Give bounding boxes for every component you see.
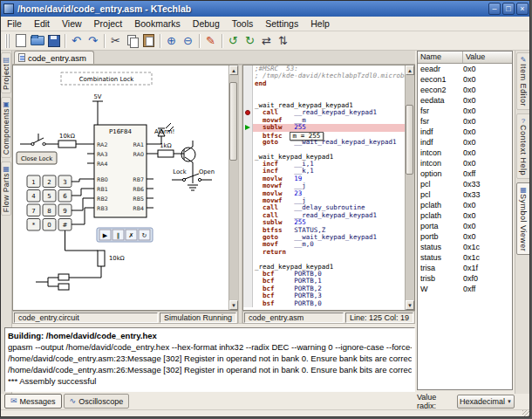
sidebar-item-project[interactable]: ▤ Project	[1, 52, 11, 93]
code-line[interactable]: sublw 255	[243, 124, 405, 131]
sim-stop-icon[interactable]: ✗	[129, 232, 134, 239]
keypad-key[interactable]: 8	[47, 208, 51, 215]
menu-view[interactable]: View	[56, 17, 88, 30]
register-row[interactable]: indf0x0	[418, 137, 512, 148]
register-row[interactable]: status0x1c	[418, 252, 512, 263]
keypad-key[interactable]: 9	[63, 208, 66, 215]
register-row[interactable]: eecon10x0	[418, 74, 512, 85]
new-file-icon[interactable]	[12, 32, 29, 49]
resistor-label[interactable]: 10kΩ	[59, 133, 75, 140]
close-button[interactable]: ×	[516, 3, 529, 15]
keypad-key[interactable]: 3	[63, 179, 66, 186]
menu-settings[interactable]: Settings	[259, 17, 304, 30]
register-row[interactable]: trisa0x1f	[418, 263, 512, 273]
keypad-key[interactable]: 2	[47, 179, 51, 186]
copy-icon[interactable]	[124, 32, 140, 49]
register-row[interactable]: option0xff	[418, 168, 512, 179]
tab-messages[interactable]: ✉ Messages	[4, 394, 62, 409]
tab-code-entry-asm[interactable]: code_entry.asm	[14, 51, 94, 64]
menu-project[interactable]: Project	[88, 17, 129, 30]
register-row[interactable]: eedata0x0	[418, 95, 512, 106]
message-line[interactable]: /home/david/code_entry.asm:26:Message [3…	[8, 364, 412, 375]
register-row[interactable]: portb0x0	[418, 231, 512, 242]
column-value[interactable]: Value	[463, 52, 512, 63]
menu-edit[interactable]: Edit	[28, 17, 56, 30]
exec-arrow-icon[interactable]	[243, 124, 253, 131]
register-row[interactable]: pclath0x0	[418, 210, 512, 221]
tab-oscilloscope[interactable]: ∿ Oscilloscope	[64, 394, 130, 409]
register-row[interactable]: status0x1c	[418, 242, 512, 252]
register-row[interactable]: intcon0x0	[418, 148, 512, 158]
menu-tools[interactable]: Tools	[226, 17, 260, 30]
menu-debug[interactable]: Debug	[187, 17, 226, 30]
sim-play-icon[interactable]: ▶	[103, 232, 108, 239]
resize-grip[interactable]	[522, 410, 530, 417]
keypad-key[interactable]: #	[63, 222, 68, 229]
register-row[interactable]: eecon20x0	[418, 85, 512, 95]
code-lines[interactable]: ;#MSRC 53:; /tmp/kde-david/ktechlabpTzdl…	[243, 65, 405, 310]
register-row[interactable]: W0xff	[418, 284, 512, 294]
code-scrollbar[interactable]: ▲ ▼	[405, 65, 414, 310]
register-row[interactable]: pcl0x33	[418, 179, 512, 189]
titlebar[interactable]: /home/david/code_entry.asm - KTechlab – …	[1, 1, 530, 17]
zoom-out-icon[interactable]: ⊖	[180, 32, 196, 49]
frame-label[interactable]: Combination Lock	[79, 76, 135, 83]
flip-horizontal-icon[interactable]: ⇄	[258, 32, 275, 49]
keypad-key[interactable]: 5	[47, 193, 51, 200]
rotate-cw-icon[interactable]: ↻	[242, 32, 258, 49]
tab-item-editor[interactable]: ✎ Item Editor	[516, 52, 531, 110]
rotate-ccw-icon[interactable]: ↺	[225, 32, 242, 49]
redo-icon[interactable]: ↷	[85, 32, 101, 49]
code-line[interactable]	[243, 87, 405, 94]
open-folder-icon[interactable]	[29, 32, 45, 49]
keypad-key[interactable]: 0	[47, 222, 51, 229]
register-row[interactable]: pcl0x33	[418, 189, 512, 200]
keypad-key[interactable]: 4	[31, 193, 36, 200]
scroll-down-icon[interactable]: ▼	[229, 300, 238, 310]
tab-context-help[interactable]: ? Context Help	[516, 113, 531, 179]
keypad-key[interactable]: 6	[63, 193, 67, 200]
message-line[interactable]: gpasm --output /home/david/code_entry.he…	[8, 341, 412, 353]
save-icon[interactable]	[45, 32, 62, 49]
keypad-key[interactable]: 7	[31, 208, 35, 215]
menu-help[interactable]: Help	[304, 17, 336, 30]
message-line[interactable]: Building: /home/david/code_entry.hex	[8, 330, 412, 341]
register-row[interactable]: indf0x0	[418, 127, 512, 137]
keypad-key[interactable]: *	[32, 222, 36, 229]
resistor-label[interactable]: 10kΩ	[109, 255, 125, 262]
circuit-view[interactable]: Combination Lock 5V P16F84 RA2 RA3 RA4 R…	[12, 65, 238, 311]
message-line[interactable]: *** Assembly successful	[8, 375, 412, 387]
circuit-scrollbar[interactable]: ▲ ▼	[228, 65, 238, 310]
code-line[interactable]: ; /tmp/kde-david/ktechlabpTzdl0.microbe	[243, 72, 405, 79]
register-row[interactable]: trisb0xf0	[418, 273, 512, 284]
flip-vertical-icon[interactable]: ⇅	[275, 32, 291, 49]
zoom-in-icon[interactable]: ⊕	[163, 32, 180, 49]
register-row[interactable]: fsr0x0	[418, 106, 512, 116]
scroll-down-icon[interactable]: ▼	[406, 300, 414, 310]
table-header[interactable]: Name Value	[418, 52, 512, 64]
sidebar-item-components[interactable]: ▣ Components	[1, 97, 11, 158]
tab-symbol-viewer[interactable]: ▦ Symbol Viewer	[516, 182, 531, 255]
sim-loop-icon[interactable]: ↻	[142, 232, 147, 239]
register-row[interactable]: eeadr0x0	[418, 64, 512, 74]
menu-bookmarks[interactable]: Bookmarks	[128, 17, 187, 30]
register-row[interactable]: porta0x0	[418, 221, 512, 231]
sim-control-toolbar[interactable]: ▶ ‖ ✗ ↻	[97, 228, 153, 242]
register-row[interactable]: intcon0x0	[418, 158, 512, 168]
maximize-button[interactable]: □	[502, 3, 515, 15]
code-line[interactable]: end	[243, 80, 405, 87]
code-line[interactable]: goto __wait_read_keypad_keypad1	[243, 139, 405, 146]
paste-icon[interactable]	[140, 32, 157, 49]
scroll-up-icon[interactable]: ▲	[229, 65, 238, 75]
code-line[interactable]: bsf PORTB,0	[243, 300, 405, 307]
sim-pause-icon[interactable]: ‖	[117, 232, 120, 239]
breakpoint-icon[interactable]	[243, 109, 253, 116]
item-edit-icon[interactable]: ✎	[202, 32, 219, 49]
message-line[interactable]: /home/david/code_entry.asm:23:Message [3…	[8, 353, 412, 364]
keypad-key[interactable]: 1	[31, 179, 35, 186]
scroll-up-icon[interactable]: ▲	[406, 65, 414, 75]
minimize-button[interactable]: –	[488, 3, 501, 15]
resistor-label[interactable]: 1kΩ	[160, 142, 171, 149]
menu-file[interactable]: File	[1, 17, 28, 30]
undo-icon[interactable]: ↶	[68, 32, 85, 49]
